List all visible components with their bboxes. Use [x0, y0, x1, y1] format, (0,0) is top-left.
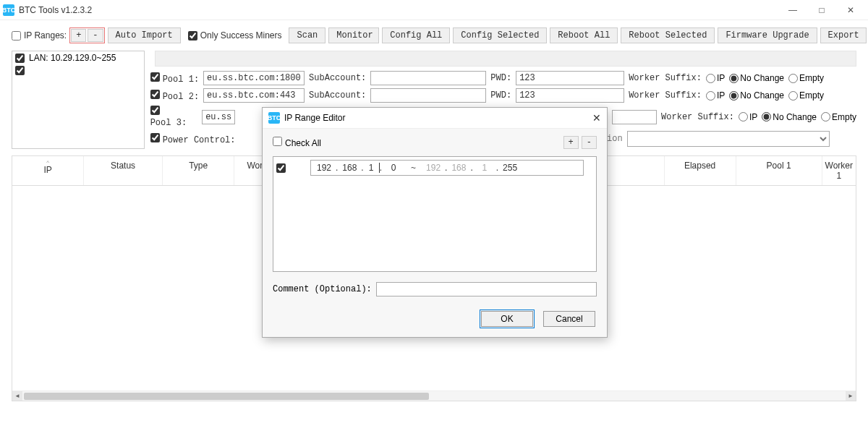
- pool1-worker-suffix-radios: IP No Change Empty: [706, 73, 824, 83]
- config-selected-button[interactable]: Config Selected: [453, 27, 547, 43]
- dialog-title: IP Range Editor: [284, 113, 346, 123]
- subaccount-label: SubAccount:: [309, 90, 366, 101]
- horizontal-scrollbar[interactable]: ◄ ►: [12, 391, 856, 401]
- dialog-add-button[interactable]: +: [563, 136, 579, 149]
- radio-label: No Change: [740, 90, 784, 101]
- ip-range-list[interactable]: LAN: 10.29.129.0~255: [12, 51, 145, 149]
- pool2-subaccount-input[interactable]: [370, 88, 486, 103]
- ip-from-oct-4[interactable]: [382, 163, 405, 173]
- list-item-checkbox[interactable]: [15, 54, 25, 63]
- ip-ranges-label: IP Ranges:: [24, 30, 67, 40]
- ip-from-oct-2[interactable]: [338, 163, 361, 173]
- ip-from-oct-1[interactable]: [312, 163, 336, 173]
- col-elapsed[interactable]: Elapsed: [665, 156, 736, 185]
- ip-to-oct-1[interactable]: [422, 163, 445, 173]
- ok-button[interactable]: OK: [481, 311, 533, 327]
- only-success-checkbox[interactable]: Only Success Miners: [188, 30, 282, 40]
- radio-ip[interactable]: IP: [706, 90, 725, 101]
- scroll-thumb[interactable]: [24, 393, 429, 400]
- col-label: Type: [189, 161, 208, 171]
- col-ip[interactable]: ^ IP: [12, 156, 84, 185]
- radio-label: No Change: [773, 112, 817, 122]
- pool2-pwd-input[interactable]: [516, 88, 624, 103]
- toolbar: IP Ranges: + - Auto Import Only Success …: [0, 20, 868, 51]
- range-entry-checkbox[interactable]: [276, 163, 286, 173]
- range-entry: . . . ~ . . .: [276, 160, 593, 176]
- col-label: Elapsed: [684, 161, 715, 171]
- scan-button[interactable]: Scan: [289, 27, 326, 43]
- dialog-titlebar: BTC IP Range Editor ✕: [263, 108, 607, 129]
- radio-label: No Change: [740, 73, 784, 83]
- reboot-selected-button[interactable]: Reboot Selected: [621, 27, 715, 43]
- col-status[interactable]: Status: [84, 156, 163, 185]
- radio-empty[interactable]: Empty: [788, 73, 824, 83]
- minimize-button[interactable]: —: [778, 0, 807, 20]
- dialog-remove-button[interactable]: -: [582, 136, 597, 149]
- radio-label: Empty: [799, 90, 824, 101]
- dialog-close-icon[interactable]: ✕: [592, 112, 601, 124]
- radio-label: Empty: [832, 112, 856, 122]
- col-label: Worker 1: [825, 161, 853, 181]
- scroll-right-icon[interactable]: ►: [846, 391, 856, 401]
- option-select[interactable]: [627, 131, 830, 147]
- close-button[interactable]: ✕: [836, 0, 865, 20]
- auto-import-button[interactable]: Auto Import: [108, 27, 181, 43]
- worker-suffix-label: Worker Suffix:: [661, 112, 734, 122]
- list-item[interactable]: [12, 64, 144, 77]
- ip-to-oct-3[interactable]: [473, 163, 496, 173]
- power-control-label: Power Control:: [163, 135, 236, 145]
- pool-label: Pool 1:: [163, 74, 199, 85]
- pool-row: Pool 1: SubAccount: PWD: Worker Suffix: …: [150, 71, 856, 85]
- radio-no-change[interactable]: No Change: [729, 90, 784, 101]
- export-button[interactable]: Export: [820, 27, 867, 43]
- ip-ranges-checkbox[interactable]: IP Ranges:: [12, 30, 67, 40]
- list-item-checkbox[interactable]: [15, 66, 25, 75]
- radio-ip[interactable]: IP: [706, 73, 725, 83]
- check-all-checkbox[interactable]: Check All: [273, 137, 321, 148]
- radio-label: IP: [717, 90, 725, 101]
- reboot-all-button[interactable]: Reboot All: [550, 27, 618, 43]
- pool3-checkbox[interactable]: Pool 3:: [150, 106, 197, 128]
- ip-from-oct-3[interactable]: [364, 163, 380, 173]
- scroll-left-icon[interactable]: ◄: [12, 391, 22, 401]
- cancel-button[interactable]: Cancel: [543, 311, 595, 327]
- dialog-footer: OK Cancel: [263, 304, 607, 337]
- power-control-checkbox[interactable]: Power Control:: [150, 133, 236, 145]
- firmware-upgrade-button[interactable]: Firmware Upgrade: [718, 27, 817, 43]
- radio-label: IP: [717, 73, 725, 83]
- radio-no-change[interactable]: No Change: [729, 73, 784, 83]
- pool2-checkbox[interactable]: Pool 2:: [150, 90, 199, 102]
- comment-input[interactable]: [376, 282, 597, 296]
- pool1-url-input[interactable]: [203, 71, 305, 85]
- radio-ip[interactable]: IP: [739, 112, 757, 122]
- radio-label: Empty: [799, 73, 824, 83]
- config-all-button[interactable]: Config All: [382, 27, 450, 43]
- list-item[interactable]: LAN: 10.29.129.0~255: [12, 51, 144, 64]
- subaccount-label: SubAccount:: [309, 73, 366, 83]
- remove-range-button[interactable]: -: [88, 29, 103, 42]
- ip-to-oct-4[interactable]: [498, 163, 522, 173]
- titlebar: BTC BTC Tools v1.2.3.2 — □ ✕: [0, 0, 868, 20]
- window-controls: — □ ✕: [778, 0, 865, 20]
- only-success-label: Only Success Miners: [200, 30, 282, 40]
- radio-empty[interactable]: Empty: [788, 90, 824, 101]
- ip-range-input[interactable]: . . . ~ . . .: [310, 160, 584, 176]
- worker-suffix-label: Worker Suffix:: [629, 73, 702, 83]
- col-worker1[interactable]: Worker 1: [822, 156, 856, 185]
- range-list: . . . ~ . . .: [273, 156, 597, 272]
- comment-row: Comment (Optional):: [273, 282, 597, 296]
- radio-no-change[interactable]: No Change: [762, 112, 817, 122]
- pool3-url-input[interactable]: [202, 110, 235, 124]
- monitor-button[interactable]: Monitor: [328, 27, 379, 43]
- col-pool1[interactable]: Pool 1: [736, 156, 822, 185]
- pool1-subaccount-input[interactable]: [370, 71, 486, 85]
- radio-empty[interactable]: Empty: [821, 112, 856, 122]
- add-range-button[interactable]: +: [71, 29, 86, 42]
- pool2-url-input[interactable]: [203, 88, 305, 103]
- maximize-button[interactable]: □: [807, 0, 836, 20]
- ip-to-oct-2[interactable]: [447, 163, 470, 173]
- col-type[interactable]: Type: [163, 156, 234, 185]
- pool1-pwd-input[interactable]: [516, 71, 624, 85]
- pool1-checkbox[interactable]: Pool 1:: [150, 72, 199, 85]
- pool3-pwd-input[interactable]: [612, 110, 657, 124]
